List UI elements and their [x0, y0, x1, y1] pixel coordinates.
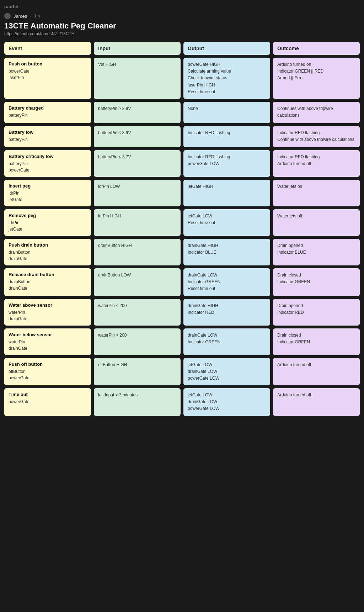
event-cell-11: Time outpowerGate: [4, 388, 91, 416]
page-url: https://github.com/JamesNZL/13CTE: [4, 31, 360, 36]
event-sub-0: powerGate laserPin: [9, 68, 87, 81]
outcome-content-3: Indicator RED flashing Arduino turned of…: [277, 154, 355, 167]
outcome-content-5: Water jets off: [277, 213, 355, 220]
output-content-2: Indicator RED flashing: [188, 130, 266, 136]
input-cell-0: Vin HIGH: [94, 58, 181, 99]
input-cell-3: batteryPin < 3.7V: [94, 150, 181, 177]
event-title-4: Insert peg: [9, 183, 87, 189]
input-cell-11: lastInput > 3 minutes: [94, 388, 181, 416]
output-content-6: drainGate HIGH Indicator BLUE: [188, 242, 266, 256]
event-title-11: Time out: [9, 392, 87, 397]
input-content-8: waterPin < 200: [98, 302, 176, 309]
input-content-3: batteryPin < 3.7V: [98, 154, 176, 160]
outcome-content-4: Water jets on: [277, 183, 355, 190]
event-cell-4: Insert pegldrPin jetGate: [4, 180, 91, 206]
outcome-content-7: Drain closed Indicator GREEN: [277, 272, 355, 285]
outcome-content-11: Arduino turned off: [277, 392, 355, 399]
event-cell-3: Battery critically lowbatteryPin powerGa…: [4, 150, 91, 177]
outcome-cell-3: Indicator RED flashing Arduino turned of…: [273, 150, 360, 177]
event-sub-7: drainButton drainGate: [9, 279, 87, 291]
output-content-8: drainGate HIGH Indicator RED: [188, 302, 266, 316]
input-cell-1: batteryPin > 3.9V: [94, 102, 181, 123]
event-cell-1: Battery chargedbatteryPin: [4, 102, 91, 123]
outcome-content-6: Drain opened Indicator BLUE: [277, 242, 355, 256]
event-cell-7: Release drain buttondrainButton drainGat…: [4, 268, 91, 296]
input-content-10: offButton HIGH: [98, 362, 176, 368]
col-header-output: Output: [183, 42, 270, 55]
event-cell-6: Push drain buttondrainButton drainGate: [4, 239, 91, 265]
post-time: 1m: [34, 14, 40, 19]
input-cell-2: batteryPin < 3.9V: [94, 126, 181, 147]
outcome-cell-4: Water jets on: [273, 180, 360, 206]
outcome-content-1: Continues with above tripwire calculatio…: [277, 105, 355, 119]
outcome-content-9: Drain closed Indicator GREEN: [277, 332, 355, 345]
output-content-1: None: [188, 105, 266, 112]
input-cell-8: waterPin < 200: [94, 299, 181, 326]
event-sub-4: ldrPin jetGate: [9, 190, 87, 203]
event-title-6: Push drain button: [9, 242, 87, 248]
event-cell-2: Battery lowbatteryPin: [4, 126, 91, 147]
event-sub-3: batteryPin powerGate: [9, 160, 87, 173]
outcome-cell-7: Drain closed Indicator GREEN: [273, 268, 360, 296]
outcome-cell-2: Indicator RED flashing Continue with abo…: [273, 126, 360, 147]
main-grid: Event Input Output Outcome: [4, 42, 360, 55]
rows-container: Push on buttonpowerGate laserPinVin HIGH…: [4, 58, 360, 416]
input-content-7: drainButton LOW: [98, 272, 176, 279]
col-header-input: Input: [94, 42, 181, 55]
output-cell-10: jetGate LOW drainGate LOW powerGate LOW: [183, 358, 270, 386]
output-content-3: Indicator RED flashing powerGate LOW: [188, 154, 266, 167]
event-sub-8: waterPin drainGate: [9, 309, 87, 322]
event-title-10: Push off button: [9, 362, 87, 367]
input-content-6: drainButton HIGH: [98, 242, 176, 249]
output-cell-11: jetGate LOW drainGate LOW powerGate LOW: [183, 388, 270, 416]
output-cell-1: None: [183, 102, 270, 123]
event-title-7: Release drain button: [9, 272, 87, 277]
event-sub-9: waterPin drainGate: [9, 339, 87, 352]
event-sub-2: batteryPin: [9, 136, 87, 143]
output-cell-9: drainGate LOW Indicator GREEN: [183, 328, 270, 355]
output-content-4: jetGate HIGH: [188, 183, 266, 190]
event-title-8: Water above sensor: [9, 302, 87, 308]
event-title-3: Battery critically low: [9, 154, 87, 159]
output-cell-6: drainGate HIGH Indicator BLUE: [183, 239, 270, 265]
input-cell-4: ldrPin LOW: [94, 180, 181, 206]
col-header-outcome: Outcome: [273, 42, 360, 55]
output-cell-2: Indicator RED flashing: [183, 126, 270, 147]
outcome-cell-11: Arduino turned off: [273, 388, 360, 416]
output-cell-0: powerGate HIGH Calculate arming value Ch…: [183, 58, 270, 99]
event-title-0: Push on button: [9, 61, 87, 67]
event-sub-10: offButton powerGate: [9, 368, 87, 381]
output-content-10: jetGate LOW drainGate LOW powerGate LOW: [188, 362, 266, 382]
padlet-logo: padlet: [4, 4, 360, 9]
outcome-content-0: Arduino turned on Indicator GREEN || RED…: [277, 61, 355, 82]
outcome-cell-5: Water jets off: [273, 209, 360, 236]
output-cell-7: drainGate LOW Indicator GREEN Reset time…: [183, 268, 270, 296]
header-meta: James · 1m: [4, 13, 360, 19]
output-cell-3: Indicator RED flashing powerGate LOW: [183, 150, 270, 177]
outcome-cell-1: Continues with above tripwire calculatio…: [273, 102, 360, 123]
time-ago: ·: [30, 14, 31, 19]
col-header-event: Event: [4, 42, 91, 55]
input-content-1: batteryPin > 3.9V: [98, 105, 176, 112]
outcome-cell-9: Drain closed Indicator GREEN: [273, 328, 360, 355]
event-title-1: Battery charged: [9, 105, 87, 111]
outcome-cell-0: Arduino turned on Indicator GREEN || RED…: [273, 58, 360, 99]
input-cell-7: drainButton LOW: [94, 268, 181, 296]
output-content-0: powerGate HIGH Calculate arming value Ch…: [188, 61, 266, 95]
avatar: [4, 13, 11, 19]
event-title-2: Battery low: [9, 130, 87, 135]
outcome-content-8: Drain opened Indicator RED: [277, 302, 355, 316]
outcome-cell-6: Drain opened Indicator BLUE: [273, 239, 360, 265]
input-cell-5: ldrPin HIGH: [94, 209, 181, 236]
event-title-9: Water below sensor: [9, 332, 87, 337]
event-sub-1: batteryPin: [9, 112, 87, 118]
input-cell-6: drainButton HIGH: [94, 239, 181, 265]
user-name: James: [14, 14, 27, 19]
event-cell-10: Push off buttonoffButton powerGate: [4, 358, 91, 386]
output-cell-8: drainGate HIGH Indicator RED: [183, 299, 270, 326]
event-cell-5: Remove pegldrPin jetGate: [4, 209, 91, 236]
output-content-7: drainGate LOW Indicator GREEN Reset time…: [188, 272, 266, 292]
input-content-4: ldrPin LOW: [98, 183, 176, 190]
event-title-5: Remove peg: [9, 213, 87, 218]
input-content-5: ldrPin HIGH: [98, 213, 176, 220]
